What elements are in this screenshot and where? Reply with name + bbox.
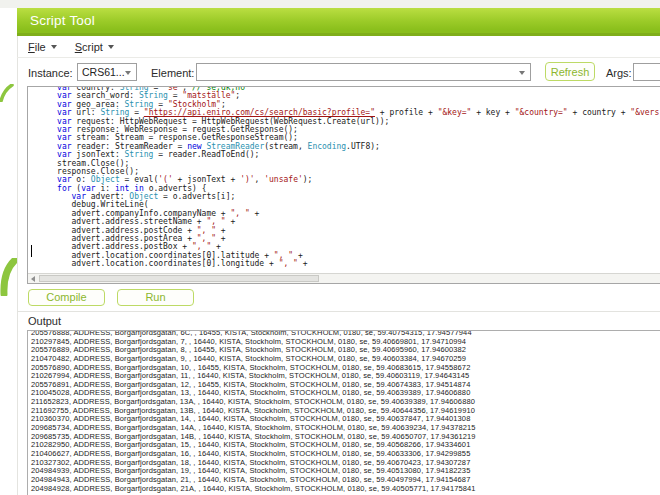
run-button[interactable]: Run [117, 289, 194, 306]
code-line: advert.location.coordinates[0].longitude… [33, 260, 659, 268]
menu-bar: File Script [18, 36, 114, 57]
code-lines: var country: String = "se"; // se,dk,no … [33, 87, 659, 269]
text-caret [31, 245, 32, 257]
compile-button[interactable]: Compile [28, 289, 105, 306]
window-top-strip [0, 0, 660, 8]
scroll-left-button[interactable] [28, 274, 38, 283]
chevron-down-icon [519, 71, 525, 75]
args-label: Args: [606, 67, 632, 79]
menu-separator [17, 57, 660, 58]
scrollbar-thumb[interactable] [39, 275, 319, 282]
output-lines: 205576888, ADDRESS, Borgarfjordsgatan, 6… [31, 330, 476, 493]
instance-label: Instance: [28, 67, 73, 79]
arrow-left-icon [31, 276, 35, 282]
menu-file-label: File [28, 41, 46, 53]
code-editor[interactable]: var country: String = "se"; // se,dk,no … [27, 86, 660, 284]
chevron-down-icon [51, 45, 57, 49]
section-divider [17, 311, 660, 312]
element-label: Element: [151, 67, 194, 79]
output-panel[interactable]: 205576888, ADDRESS, Borgarfjordsgatan, 6… [27, 330, 660, 495]
output-line: 204984928, ADDRESS, Borgarfjordsgatan, 2… [31, 485, 476, 494]
script-tool-window: { "window": { "title": "Script Tool" }, … [0, 0, 660, 495]
menu-file[interactable]: File [28, 41, 57, 53]
output-label: Output [28, 315, 61, 327]
chevron-down-icon [125, 71, 131, 75]
refresh-button[interactable]: Refresh [545, 62, 595, 81]
panel-left-border [17, 36, 18, 495]
menu-script[interactable]: Script [75, 41, 114, 53]
title-bar: Script Tool [17, 8, 660, 36]
args-input[interactable] [633, 63, 660, 81]
code-editor-viewport: var country: String = "se"; // se,dk,no … [28, 87, 660, 273]
horizontal-scrollbar[interactable] [28, 273, 660, 283]
element-select[interactable] [196, 63, 531, 81]
menu-script-label: Script [75, 41, 103, 53]
chevron-down-icon [108, 45, 114, 49]
window-title: Script Tool [17, 8, 660, 33]
decorative-swoosh-bottom [0, 258, 17, 296]
instance-select[interactable]: CRS61... [77, 63, 137, 81]
decorative-swoosh-top [0, 84, 14, 102]
